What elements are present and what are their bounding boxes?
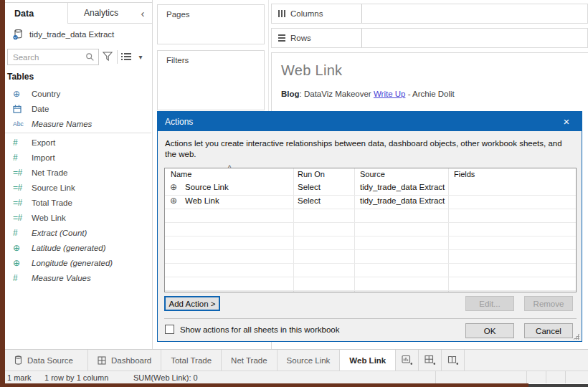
view-as-list-button[interactable] [120,51,133,64]
datasource-item[interactable]: tidy_trade_data Extract [5,26,159,43]
number-icon: # [13,138,32,148]
field-latitude-generated[interactable]: ⊕ Latitude (generated) [5,240,151,255]
tab-data-source[interactable]: Data Source [5,350,88,371]
remove-button[interactable]: Remove [524,296,573,311]
tables-heading: Tables [7,72,34,82]
search-input[interactable]: Search [7,49,99,65]
cancel-button[interactable]: Cancel [524,323,573,338]
dialog-titlebar[interactable]: Actions [158,112,582,131]
funnel-icon [102,51,115,62]
add-action-button[interactable]: Add Action > [164,296,220,311]
field-label: Source Link [32,183,75,192]
database-icon [14,355,22,366]
table-row-source-link[interactable]: ⊕ Source Link Select tidy_trade_data Ext… [165,181,576,196]
status-separator [546,371,546,383]
edit-button[interactable]: Edit... [465,296,514,311]
globe-icon: ⊕ [13,243,32,253]
field-import[interactable]: # Import [5,150,151,165]
tab-label: Total Trade [171,356,212,365]
globe-icon: ⊕ [170,182,177,192]
columns-shelf[interactable]: Columns [271,4,588,24]
action-name: Web Link [185,196,219,205]
search-icon [85,52,95,62]
new-worksheet-button[interactable] [396,350,419,371]
window-edge-left [0,0,5,387]
search-placeholder: Search [13,53,85,62]
field-date[interactable]: Date [5,101,151,116]
tableau-window: Data Analytics ‹ tidy_trade_data Extract… [0,0,588,387]
field-country[interactable]: ⊕ Country [5,86,151,101]
field-total-trade[interactable]: =# Total Trade [5,195,151,210]
field-net-trade[interactable]: =# Net Trade [5,165,151,180]
pane-divider[interactable] [152,0,153,349]
database-extract-icon [13,29,24,40]
rows-shelf-label: Rows [272,29,362,47]
tab-data[interactable]: Data [5,3,68,24]
filters-shelf[interactable]: Filters [157,50,265,110]
header-name[interactable]: Name [171,170,191,178]
tab-label: Source Link [287,356,331,365]
rows-shelf[interactable]: Rows [271,28,588,48]
new-dashboard-icon [425,355,436,366]
tab-net-trade[interactable]: Net Trade [222,350,278,371]
field-label: Extract (Count) [32,229,87,237]
ok-button[interactable]: OK [465,323,514,338]
dashboard-grid-icon [98,356,106,365]
new-worksheet-icon [402,355,413,366]
header-fields[interactable]: Fields [454,170,475,178]
sheet-title: Web Link [281,62,588,79]
field-longitude-generated[interactable]: ⊕ Longitude (generated) [5,255,151,270]
new-story-button[interactable] [442,350,465,371]
resize-grip[interactable] [573,333,579,340]
status-separator [565,371,566,383]
tab-label: Web Link [349,356,386,365]
field-export[interactable]: # Export [5,135,151,150]
datasource-name: tidy_trade_data Extract [29,30,114,39]
close-icon: × [564,115,570,128]
write-up-link[interactable]: Write Up [374,90,406,98]
columns-label: Columns [290,9,323,18]
dialog-separator [164,318,577,319]
checkbox-label: Show actions for all sheets in this work… [180,325,339,334]
status-separator [526,371,527,383]
toolbar-separator [117,50,118,64]
abc-icon: Abc [13,120,32,128]
header-source[interactable]: Source [360,170,385,178]
columns-icon [278,10,285,17]
sheet-caption: Blog: DataViz Makeover Write Up - Archie… [281,90,588,98]
tab-label: Net Trade [231,356,267,365]
filter-fields-button[interactable] [102,51,115,64]
collapse-pane-button[interactable]: ‹ [135,3,151,23]
field-extract-count[interactable]: # Extract (Count) [5,225,151,240]
cards-divider [268,0,269,111]
tab-web-link[interactable]: Web Link [340,350,396,371]
show-actions-checkbox-row[interactable]: Show actions for all sheets in this work… [165,325,339,334]
field-measure-values[interactable]: # Measure Values [5,270,151,285]
new-dashboard-button[interactable] [419,350,442,371]
field-web-link[interactable]: =# Web Link [5,210,151,225]
table-row-empty [165,263,576,277]
header-run-on[interactable]: Run On [298,170,325,178]
pages-shelf[interactable]: Pages [157,4,265,44]
field-source-link[interactable]: =# Source Link [5,180,151,195]
tab-analytics[interactable]: Analytics [68,3,134,23]
tabs-underline [68,23,152,24]
actions-table[interactable]: ^ Name Run On Source Fields ⊕ Source Lin… [164,168,577,292]
table-row-web-link[interactable]: ⊕ Web Link Select tidy_trade_data Extrac… [165,195,576,209]
calculated-number-icon: =# [13,198,32,208]
field-measure-names[interactable]: Abc Measure Names [5,116,151,131]
tab-dashboard[interactable]: Dashboard [88,350,161,371]
blog-author: - Archie Dolit [405,90,454,98]
view-options-dropdown[interactable]: ▾ [136,50,146,63]
tab-source-link[interactable]: Source Link [278,350,341,371]
columns-shelf-label: Columns [272,4,362,23]
checkbox-unchecked[interactable] [165,325,174,334]
table-row-empty [165,236,576,250]
tab-total-trade[interactable]: Total Trade [161,350,222,371]
pages-label: Pages [166,10,190,19]
action-name: Source Link [185,183,229,191]
action-source: tidy_trade_data Extract [360,183,445,191]
data-pane-tabs: Data Analytics ‹ [5,2,152,24]
dialog-close-button[interactable]: × [551,112,582,131]
status-separator [435,371,436,383]
